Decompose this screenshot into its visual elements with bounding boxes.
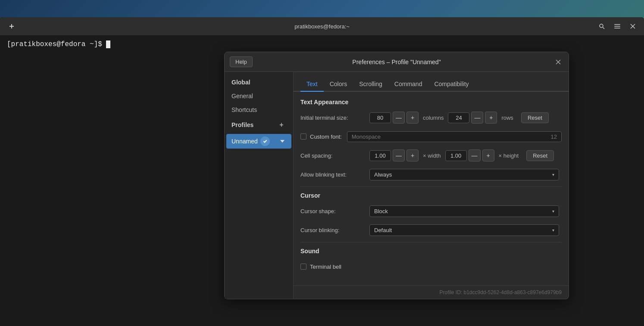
- tab-text[interactable]: Text: [300, 77, 324, 92]
- blink-dropdown-arrow: ▾: [552, 172, 554, 177]
- rows-value: 24: [448, 112, 469, 123]
- columns-increase-button[interactable]: +: [406, 112, 419, 124]
- sidebar-profiles-label: Profiles: [231, 121, 253, 128]
- terminal-bell-checkbox-row: Terminal bell: [300, 264, 341, 270]
- tab-compatibility[interactable]: Compatibility: [428, 77, 475, 92]
- cursor-shape-dropdown[interactable]: Block ▾: [369, 205, 559, 217]
- terminal-titlebar: pratikboxes@fedora:~: [0, 17, 644, 35]
- cell-height-increase-button[interactable]: +: [482, 149, 494, 161]
- rows-decrease-button[interactable]: —: [471, 112, 483, 124]
- dialog-main: Text Colors Scrolling Command Compatibil…: [294, 72, 569, 299]
- preferences-dialog: Help Preferences – Profile "Unnamed" Glo…: [224, 52, 569, 299]
- profile-dropdown-button[interactable]: [278, 137, 287, 146]
- terminal-size-row: Initial terminal size: 80 — + columns 24…: [300, 111, 562, 124]
- custom-font-row: Custom font: Monospace 12: [300, 130, 562, 143]
- cursor-blink-row: Cursor blinking: Default ▾: [300, 223, 562, 237]
- svg-rect-4: [614, 28, 620, 29]
- cursor-blink-label: Cursor blinking:: [300, 227, 369, 233]
- cursor-blink-arrow: ▾: [552, 228, 554, 233]
- dialog-title: Preferences – Profile "Unnamed": [352, 59, 441, 65]
- terminal-size-reset-button[interactable]: Reset: [521, 112, 549, 123]
- tab-command[interactable]: Command: [388, 77, 428, 92]
- svg-rect-3: [614, 26, 620, 27]
- cell-spacing-row: Cell spacing: 1.00 — + × width 1.00 — + …: [300, 149, 562, 162]
- font-display[interactable]: Monospace 12: [347, 131, 562, 142]
- section-divider-cursor: [300, 186, 562, 187]
- profile-name-label: Unnamed: [231, 138, 258, 145]
- terminal-right-icons: [596, 20, 639, 32]
- terminal-title: pratikboxes@fedora:~: [294, 23, 350, 30]
- svg-point-0: [600, 24, 603, 28]
- rows-unit-label: rows: [501, 115, 513, 121]
- close-window-button[interactable]: [627, 20, 639, 32]
- sidebar-item-shortcuts[interactable]: Shortcuts: [225, 103, 293, 117]
- terminal-cursor: [106, 40, 110, 48]
- cell-spacing-label: Cell spacing:: [300, 152, 369, 159]
- columns-decrease-button[interactable]: —: [393, 112, 405, 124]
- custom-font-checkbox-row: Custom font:: [300, 134, 342, 140]
- tabs-bar: Text Colors Scrolling Command Compatibil…: [294, 72, 569, 92]
- cell-spacing-controls: 1.00 — + × width 1.00 — + × height Reset: [369, 149, 562, 161]
- profile-id-bar: Profile ID: b1dcc9dd-5262-4d8d-a863-c897…: [294, 286, 569, 299]
- cell-width-increase-button[interactable]: +: [406, 149, 419, 161]
- sound-section-header: Sound: [300, 248, 562, 255]
- cursor-blink-dropdown[interactable]: Default ▾: [369, 224, 559, 236]
- blink-value: Always: [374, 171, 392, 178]
- cell-spacing-reset-button[interactable]: Reset: [526, 150, 554, 161]
- cursor-blink-value: Default: [374, 227, 392, 233]
- font-name-value: Monospace: [352, 134, 381, 140]
- cell-width-unit-label: × width: [423, 152, 441, 159]
- profile-default-icon: [260, 137, 270, 146]
- terminal-prompt: [pratikboxes@fedora ~]$: [7, 40, 106, 48]
- cursor-shape-row: Cursor shape: Block ▾: [300, 204, 562, 218]
- sidebar-item-general[interactable]: General: [225, 89, 293, 103]
- menu-button[interactable]: [611, 20, 623, 32]
- text-appearance-header: Text Appearance: [300, 99, 562, 106]
- tab-colors[interactable]: Colors: [324, 77, 353, 92]
- sidebar-global-label: Global: [225, 75, 293, 89]
- sidebar-profiles-header[interactable]: Profiles +: [225, 117, 293, 133]
- cell-height-decrease-button[interactable]: —: [469, 149, 481, 161]
- cursor-shape-value: Block: [374, 208, 388, 214]
- terminal-bell-row: Terminal bell: [300, 260, 562, 273]
- cursor-shape-label: Cursor shape:: [300, 208, 369, 214]
- cell-width-value: 1.00: [369, 150, 391, 161]
- search-button[interactable]: [596, 20, 608, 32]
- dialog-body: Global General Shortcuts Profiles + Unna…: [225, 72, 569, 299]
- custom-font-label: Custom font:: [310, 134, 342, 140]
- tab-scrolling[interactable]: Scrolling: [353, 77, 388, 92]
- columns-value: 80: [369, 112, 391, 123]
- cell-height-unit-label: × height: [499, 152, 519, 159]
- font-size-value: 12: [551, 134, 557, 140]
- cursor-section-header: Cursor: [300, 192, 562, 199]
- add-tab-button[interactable]: [5, 20, 18, 33]
- blink-dropdown[interactable]: Always ▾: [369, 169, 559, 180]
- dialog-titlebar: Help Preferences – Profile "Unnamed": [225, 52, 569, 72]
- section-divider-sound: [300, 242, 562, 242]
- cell-height-value: 1.00: [445, 150, 467, 161]
- add-profile-button[interactable]: +: [277, 120, 286, 130]
- svg-rect-2: [614, 24, 620, 25]
- terminal-bell-label: Terminal bell: [310, 264, 341, 270]
- dialog-sidebar: Global General Shortcuts Profiles + Unna…: [225, 72, 294, 299]
- columns-unit-label: columns: [423, 115, 444, 121]
- custom-font-checkbox[interactable]: [300, 134, 306, 140]
- terminal-bell-checkbox[interactable]: [300, 264, 306, 270]
- cursor-shape-arrow: ▾: [552, 209, 554, 214]
- blink-label: Allow blinking text:: [300, 171, 369, 178]
- dialog-close-button[interactable]: [553, 57, 563, 67]
- rows-increase-button[interactable]: +: [485, 112, 497, 124]
- terminal-size-label: Initial terminal size:: [300, 115, 369, 121]
- sidebar-profile-unnamed[interactable]: Unnamed: [226, 134, 291, 149]
- cell-width-decrease-button[interactable]: —: [393, 149, 405, 161]
- blink-row: Allow blinking text: Always ▾: [300, 168, 562, 181]
- content-area: Text Appearance Initial terminal size: 8…: [294, 92, 569, 286]
- custom-font-controls: Custom font: Monospace 12: [300, 131, 562, 142]
- svg-line-1: [603, 28, 605, 29]
- terminal-size-controls: 80 — + columns 24 — + rows Reset: [369, 112, 562, 124]
- help-button[interactable]: Help: [230, 56, 253, 67]
